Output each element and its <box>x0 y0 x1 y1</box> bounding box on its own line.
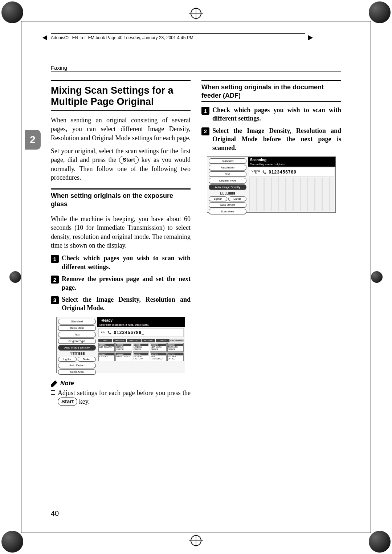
dest-cell: [00001]ABC COMPANY <box>98 343 115 352</box>
dest-cell: [00003]LONDON OFFICE <box>133 343 149 352</box>
dest-cell: [00009]DETROIT FACTORY <box>133 353 149 361</box>
step: 2 Remove the previous page and set the n… <box>51 275 191 292</box>
page-number: 40 <box>51 509 59 518</box>
dest-cell: [00002]BERLIN OFFICE <box>115 343 132 352</box>
start-key: Start <box>119 156 139 164</box>
step-number: 2 <box>51 276 59 284</box>
phone-icon: 📞 <box>262 170 266 174</box>
paragraph: Set your original, select the scan setti… <box>51 147 191 182</box>
step-text: Select the Image Density, Resolution and… <box>212 127 341 152</box>
soft-btn-resolution: Resolution <box>58 325 96 331</box>
text: key. <box>77 398 90 405</box>
note-label: Note <box>60 380 74 387</box>
step-number: 1 <box>201 107 209 115</box>
soft-btn-scan-area: Scan Area <box>209 209 246 214</box>
density-meter <box>209 191 246 195</box>
add-label: Add <box>101 331 105 334</box>
lcd-number-row: Add 📞 0123456789_ <box>98 328 184 337</box>
triangle-left-icon <box>42 35 47 40</box>
reg-circle <box>1 1 23 23</box>
soft-btn-resolution: Resolution <box>209 165 246 170</box>
soft-btn-lighter: Lighter <box>58 357 77 362</box>
dialed-number: 0123456789_ <box>269 170 299 175</box>
lcd-tab: 161~240 <box>142 339 155 342</box>
step-number: 2 <box>201 127 209 135</box>
note-heading: Note <box>51 380 191 387</box>
reg-circle <box>369 1 391 23</box>
original-count-label: Original3 <box>252 170 260 175</box>
reg-target-icon <box>191 535 201 546</box>
paragraph: While the machine is beeping, you have a… <box>51 215 191 250</box>
reg-circle <box>9 271 21 283</box>
section-label: Faxing <box>51 65 341 72</box>
right-column: When setting originals in the document f… <box>201 80 341 406</box>
subsection-heading: When setting originals in the document f… <box>201 80 341 102</box>
phone-icon: 📞 <box>107 331 111 334</box>
soft-btn-auto-density: Auto Image Density <box>58 345 96 350</box>
soft-btn-darker: Darker <box>228 196 247 201</box>
reg-circle <box>371 271 383 283</box>
start-key: Start <box>58 398 77 406</box>
soft-btn-original-type: Original Type <box>209 178 246 183</box>
step: 1 Check which pages you wish to scan wit… <box>201 106 341 123</box>
reg-circle <box>369 531 391 553</box>
step: 2 Select the Image Density, Resolution a… <box>201 127 341 152</box>
text: Adjust settings for each page before you… <box>58 389 191 396</box>
chapter-tab: 2 <box>25 130 41 150</box>
lcd-dest-grid: [00001]ABC COMPANY [00002]BERLIN OFFICE … <box>97 343 185 362</box>
soft-btn-text: Text <box>58 332 96 337</box>
soft-btn-auto-detect: Auto Detect <box>58 363 96 368</box>
lcd-screenshot-ready: Standard Resolution Text Original Type A… <box>56 317 185 373</box>
soft-btn-standard: Standard <box>209 158 246 164</box>
dest-cell: [00007]X STORE <box>98 353 115 361</box>
dest-cell: [00010]SAN FRANCISCO <box>150 353 166 361</box>
lcd-subtitle: Enter next destination. If none, press [… <box>97 323 185 327</box>
reg-circle <box>1 531 23 553</box>
square-bullet-icon <box>51 390 55 395</box>
soft-btn-scan-area: Scan Area <box>58 369 96 375</box>
running-head-text: AdonisC2_EN_b-f_FM.book Page 40 Tuesday,… <box>51 35 193 40</box>
topic-heading: Mixing Scan Settings for a Multiple Page… <box>51 80 191 111</box>
note-item: Adjust settings for each page before you… <box>51 388 191 406</box>
lcd-title: Scanning <box>248 157 335 163</box>
step-text: Select the Image Density, Resolution and… <box>62 296 191 313</box>
dest-cell: [00005]TORONTO OFFICE <box>167 343 184 352</box>
soft-btn-standard: Standard <box>58 319 96 324</box>
step-text: Check which pages you wish to scan with … <box>212 106 341 123</box>
step-text: Check which pages you wish to scan with … <box>62 254 191 271</box>
dest-cell: [00011]SYDNEY OFFICE <box>167 353 184 361</box>
soft-btn-text: Text <box>209 171 246 177</box>
reg-target-icon <box>191 8 201 19</box>
lcd-subtitle: Transmitting scanned originals. <box>248 163 335 167</box>
soft-btn-lighter: Lighter <box>209 196 227 201</box>
lcd-tab-row: Freq. 001~080 081~160 161~240 241~3 Adv.… <box>97 338 185 343</box>
lcd-title: ○Ready <box>97 317 185 323</box>
step: 1 Check which pages you wish to scan wit… <box>51 254 191 271</box>
pencil-icon <box>51 380 58 387</box>
lcd-tab: 081~160 <box>127 339 141 342</box>
lcd-number-row: Original3 📞 0123456789_ <box>249 168 334 176</box>
step: 3 Select the Image Density, Resolution a… <box>51 296 191 313</box>
dest-cell: [00004]NEW YORK OFFICE <box>150 343 166 352</box>
density-meter <box>58 351 96 356</box>
page-body: Mixing Scan Settings for a Multiple Page… <box>51 80 341 406</box>
step-number: 1 <box>51 255 59 263</box>
lcd-tab: Freq. <box>98 339 112 342</box>
lcd-tab: 241~3 <box>156 339 170 342</box>
paragraph: When sending an original consisting of s… <box>51 116 191 142</box>
soft-btn-auto-density: Auto Image Density <box>209 184 246 190</box>
soft-btn-darker: Darker <box>78 357 96 362</box>
dialed-number: 0123456789_ <box>114 330 144 335</box>
subsection-heading: When setting originals on the exposure g… <box>51 188 191 210</box>
lcd-tab: 001~080 <box>113 339 127 342</box>
running-head: AdonisC2_EN_b-f_FM.book Page 40 Tuesday,… <box>51 33 305 42</box>
step-number: 3 <box>51 296 59 304</box>
soft-btn-auto-detect: Auto Detect <box>209 202 246 208</box>
lcd-hatch-area <box>249 178 334 211</box>
step-text: Remove the previous page and set the nex… <box>62 275 191 292</box>
lcd-tab-adv: Adv. Features <box>170 339 184 342</box>
soft-btn-original-type: Original Type <box>58 338 96 344</box>
left-column: Mixing Scan Settings for a Multiple Page… <box>51 80 191 406</box>
triangle-right-icon <box>308 35 313 40</box>
lcd-screenshot-scanning: Standard Resolution Text Original Type A… <box>207 156 336 213</box>
